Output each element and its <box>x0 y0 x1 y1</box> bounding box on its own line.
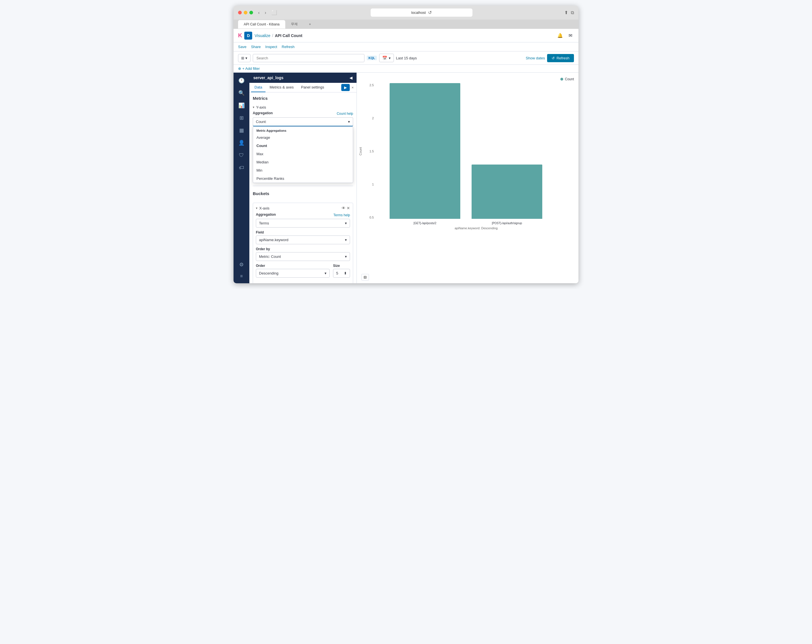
panel-collapse-button[interactable]: ◀ <box>350 75 353 80</box>
add-filter-button[interactable]: ⊕ + Add filter <box>238 66 260 71</box>
inactive-tab[interactable]: 무제 <box>285 20 303 29</box>
calendar-icon: 📅 <box>382 56 387 60</box>
sidebar-item-clock[interactable]: 🕐 <box>236 75 247 86</box>
yaxis-collapse[interactable]: ▾ Y-axis <box>253 104 353 111</box>
size-label: Size <box>333 264 350 268</box>
terms-help-link[interactable]: Terms help <box>333 213 350 217</box>
buckets-section: Buckets ▾ X-axis <box>253 189 353 283</box>
back-button[interactable]: ‹ <box>256 9 261 16</box>
chevron-down-icon: ▾ <box>389 56 391 60</box>
bucket-aggregation-select[interactable]: Terms ▾ <box>256 219 350 227</box>
share-button[interactable]: ⬆ <box>564 10 568 15</box>
show-dates-button[interactable]: Show dates <box>526 56 545 60</box>
search-input[interactable] <box>256 56 361 60</box>
browser-dots <box>238 11 253 14</box>
field-label: Field <box>256 230 350 234</box>
sidebar-item-search[interactable]: 🔍 <box>236 87 247 99</box>
sidebar-item-dashboard[interactable]: ▦ <box>236 125 247 136</box>
dropdown-item-max[interactable]: Max <box>253 150 353 158</box>
forward-button[interactable]: › <box>263 9 268 16</box>
chevron-down-icon: ▾ <box>345 221 347 225</box>
dropdown-item-median[interactable]: Median <box>253 158 353 166</box>
browser-refresh-button[interactable]: ↺ <box>428 10 432 15</box>
tab-panel-settings[interactable]: Panel settings <box>298 83 328 92</box>
sidebar-item-table[interactable]: ⊞ <box>236 112 247 124</box>
window-button[interactable]: ⬜ <box>270 9 279 16</box>
share-button[interactable]: Share <box>251 45 261 49</box>
delete-button[interactable]: ✕ <box>346 206 350 210</box>
order-select[interactable]: Descending ▾ <box>256 269 330 278</box>
left-panel: server_api_logs ◀ Data Metrics & axes Pa… <box>249 73 357 283</box>
size-value: 5 <box>336 271 338 275</box>
y-ticks: 2.5 2 1.5 1 0.5 <box>361 83 375 219</box>
close-dot[interactable] <box>238 11 242 14</box>
dropdown-item-percentile-ranks[interactable]: Percentile Ranks <box>253 174 353 183</box>
new-window-button[interactable]: ⧉ <box>571 10 574 15</box>
chevron-down-icon: ▾ <box>253 105 255 109</box>
dropdown-item-average[interactable]: Average <box>253 133 353 142</box>
bars-container: [GET]-/api/posts/2 [POST]-/api/auth/sign… <box>378 83 574 225</box>
notifications-button[interactable]: 🔔 <box>556 31 565 40</box>
index-icon: ⊞ <box>241 56 244 60</box>
run-button[interactable]: ▶ <box>341 84 350 91</box>
y-tick-1: 2 <box>372 116 374 120</box>
sidebar-item-shield[interactable]: 🛡 <box>236 150 247 161</box>
tab-metrics-axes[interactable]: Metrics & axes <box>266 83 297 92</box>
breadcrumb-separator: / <box>272 34 273 38</box>
order-label: Order <box>256 264 330 268</box>
order-group: Order Descending ▾ <box>256 264 330 278</box>
filter-bar: ⊕ + Add filter <box>234 65 578 73</box>
order-by-value: Metric: Count <box>259 255 281 259</box>
y-tick-0: 2.5 <box>369 83 374 87</box>
order-by-select[interactable]: Metric: Count ▾ <box>256 252 350 261</box>
chart-main: [GET]-/api/posts/2 [POST]-/api/auth/sign… <box>375 83 574 230</box>
sidebar-item-gear[interactable]: ⚙ <box>236 259 247 270</box>
dropdown-item-min[interactable]: Min <box>253 166 353 174</box>
breadcrumb-visualize[interactable]: Visualize <box>255 34 270 38</box>
aggregation-select[interactable]: Count | ▾ <box>253 118 353 127</box>
close-panel-button[interactable]: × <box>350 84 355 91</box>
sidebar-item-chart[interactable]: 📊 <box>236 100 247 111</box>
refresh-button[interactable]: Refresh <box>282 45 295 49</box>
app-sidebar: 🕐 🔍 📊 ⊞ ▦ 👤 🛡 🏷 ⚙ ≡ <box>234 73 249 283</box>
maximize-dot[interactable] <box>249 11 253 14</box>
sidebar-item-tag[interactable]: 🏷 <box>236 162 247 173</box>
minimize-dot[interactable] <box>244 11 247 14</box>
bar-group-0: [GET]-/api/posts/2 <box>389 83 460 225</box>
xaxis-collapse[interactable]: ▾ X-axis <box>256 206 269 210</box>
kibana-logo: K <box>238 32 242 39</box>
bucket-aggregation-label: Aggregation <box>256 212 276 217</box>
dropdown-item-count[interactable]: Count <box>253 142 353 150</box>
bucket-aggregation-group: Aggregation Terms help Terms ▾ <box>256 212 350 227</box>
url-bar[interactable]: localhost ↺ <box>371 9 472 17</box>
legend-dot <box>560 78 563 81</box>
sidebar-expand-button[interactable]: ≡ <box>238 272 245 281</box>
new-tab-button[interactable]: + <box>303 20 317 29</box>
field-value: apiName.keyword <box>259 238 288 242</box>
order-by-group: Order by Metric: Count ▾ <box>256 247 350 261</box>
tab-bar: API Call Count - Kibana 무제 + <box>234 20 578 29</box>
field-select[interactable]: apiName.keyword ▾ <box>256 235 350 244</box>
y-tick-3: 1 <box>372 183 374 186</box>
refresh-main-button[interactable]: ↺ Refresh <box>547 54 574 62</box>
mail-button[interactable]: ✉ <box>567 31 574 40</box>
bar-1[interactable] <box>472 165 542 219</box>
active-tab[interactable]: API Call Count - Kibana <box>238 20 285 29</box>
xaxis-label: X-axis <box>259 206 269 210</box>
size-input[interactable]: 5 ⬍ <box>333 269 350 278</box>
eye-button[interactable]: 👁 <box>342 206 345 210</box>
chevron-down-icon: ▾ <box>345 255 347 259</box>
inspect-button[interactable]: Inspect <box>265 45 277 49</box>
chevron-down-icon: ▾ <box>345 238 347 242</box>
breadcrumb-current: API Call Count <box>275 34 302 38</box>
save-button[interactable]: Save <box>238 45 247 49</box>
time-picker[interactable]: 📅 ▾ <box>379 54 394 62</box>
sidebar-item-user[interactable]: 👤 <box>236 137 247 148</box>
bar-0[interactable] <box>389 83 460 219</box>
url-bar-wrapper: localhost ↺ <box>282 9 561 17</box>
count-help-link[interactable]: Count help <box>337 112 353 116</box>
index-dropdown[interactable]: ⊞ ▾ <box>238 54 250 62</box>
chart-type-button[interactable]: ⊟ <box>361 274 369 281</box>
aggregation-value: Count <box>256 120 266 124</box>
tab-data[interactable]: Data <box>251 83 266 92</box>
